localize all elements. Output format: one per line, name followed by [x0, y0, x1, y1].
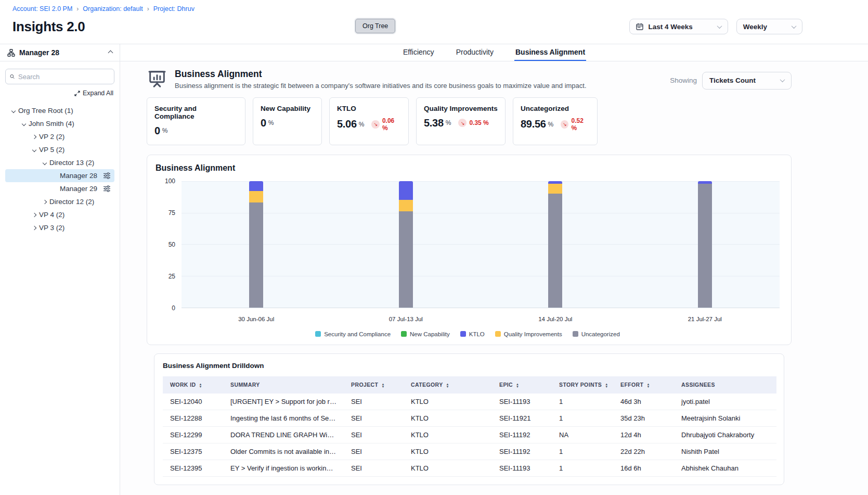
content: Business Alignment Business alignment is…	[120, 61, 868, 495]
column-header-epic[interactable]: EPIC▲▼	[492, 376, 552, 394]
tab-business-alignment[interactable]: Business Alignment	[514, 44, 586, 61]
stacked-bar-21-jul-27-jul[interactable]	[698, 181, 712, 308]
plot-area	[182, 181, 780, 308]
tree-item-john-smith-4[interactable]: John Smith (4)	[5, 117, 114, 130]
chevron-down-icon[interactable]	[29, 148, 39, 151]
tree-item-director-12-2[interactable]: Director 12 (2)	[5, 195, 114, 208]
tab-efficiency[interactable]: Efficiency	[402, 44, 435, 61]
stacked-bar-30-jun-06-jul[interactable]	[249, 181, 263, 308]
chevron-right-icon[interactable]	[40, 200, 49, 204]
chevron-right-icon[interactable]	[29, 226, 39, 230]
column-header-label: PROJECT	[351, 382, 378, 388]
filter-sliders-icon[interactable]	[103, 172, 111, 181]
stat-card-delta-value: 0.06 %	[382, 117, 401, 132]
table-cell-assignees: Meetrajsinh Solanki	[674, 410, 776, 427]
table-row[interactable]: SEI-12299DORA TREND LINE GRAPH Widgets i…	[163, 427, 776, 443]
legend-item-uncategorized[interactable]: Uncategorized	[573, 331, 620, 337]
table-cell-epic: SEI-11192	[492, 427, 552, 443]
legend-swatch	[460, 331, 466, 337]
legend-item-new-capability[interactable]: New Capability	[401, 331, 450, 337]
breadcrumb-link-account[interactable]: Account: SEI 2.0 PM	[12, 5, 72, 12]
trend-down-icon: ↘	[371, 120, 379, 129]
legend-label: KTLO	[469, 331, 485, 337]
org-tree-button[interactable]: Org Tree	[355, 19, 395, 33]
chart-title: Business Alignment	[156, 163, 780, 173]
table-cell-work-id: SEI-12040	[163, 394, 223, 410]
column-header-effort[interactable]: EFFORT▲▼	[613, 376, 674, 394]
chevron-down-icon[interactable]	[8, 109, 18, 112]
column-header-category[interactable]: CATEGORY▲▼	[404, 376, 492, 394]
sort-icon[interactable]: ▲▼	[516, 383, 519, 388]
column-header-story-points[interactable]: STORY POINTS▲▼	[552, 376, 613, 394]
stat-card-value: 0	[154, 125, 160, 137]
section-titles: Business Alignment Business alignment is…	[175, 69, 587, 90]
table-row[interactable]: SEI-12040[URGENT] EY > Support for job r…	[163, 394, 776, 410]
date-range-select[interactable]: Last 4 Weeks	[629, 19, 728, 34]
filter-sliders-icon[interactable]	[103, 185, 111, 194]
chevron-right-icon[interactable]	[29, 213, 39, 217]
drilldown-card: Business Alignment Drilldown WORK ID▲▼SU…	[154, 353, 784, 486]
table-cell-category: KTLO	[404, 427, 492, 443]
sort-icon[interactable]: ▲▼	[381, 383, 384, 388]
tree-item-manager-28[interactable]: Manager 28	[5, 169, 114, 182]
tree-item-vp-5-2[interactable]: VP 5 (2)	[5, 143, 114, 156]
tree-item-manager-29[interactable]: Manager 29	[5, 182, 114, 195]
tree-item-label: VP 5 (2)	[39, 146, 64, 154]
stat-card-security-and-compliance: Security and Compliance0%	[147, 97, 245, 145]
x-axis-label: 30 Jun-06 Jul	[238, 316, 274, 322]
search-input[interactable]	[18, 73, 110, 81]
y-tick-label: 50	[169, 241, 175, 248]
table-cell-project: SEI	[344, 427, 404, 443]
stacked-bar-07-jul-13-jul[interactable]	[399, 181, 413, 308]
stat-card-title: Uncategorized	[521, 105, 590, 112]
column-header-work-id[interactable]: WORK ID▲▼	[163, 376, 223, 394]
sort-icon[interactable]: ▲▼	[646, 383, 650, 388]
tree-item-vp-3-2[interactable]: VP 3 (2)	[5, 221, 114, 234]
showing-select[interactable]: Tickets Count	[702, 72, 792, 90]
table-cell-epic: SEI-11193	[492, 460, 552, 477]
legend-label: Uncategorized	[581, 331, 620, 337]
tree-item-label: Manager 28	[60, 172, 97, 180]
table-row[interactable]: SEI-12395EY > Verify if ingestion is wor…	[163, 460, 776, 477]
chevron-right-icon[interactable]	[29, 135, 39, 138]
drilldown-title: Business Alignment Drilldown	[163, 362, 775, 370]
tab-productivity[interactable]: Productivity	[455, 44, 495, 61]
chevron-down-icon[interactable]	[19, 122, 29, 125]
tree-item-vp-2-2[interactable]: VP 2 (2)	[5, 130, 114, 143]
y-tick-label: 100	[165, 177, 175, 185]
table-row[interactable]: SEI-12288Ingesting the last 6 months of …	[163, 410, 776, 427]
stat-card-delta-value: 0.35 %	[469, 119, 488, 126]
table-row[interactable]: SEI-12375Older Commits is not available …	[163, 443, 776, 460]
stat-card-delta: ↘0.52 %	[561, 117, 590, 132]
legend-swatch	[401, 331, 407, 337]
table-cell-work-id: SEI-12375	[163, 443, 223, 460]
table-cell-epic: SEI-11193	[492, 394, 552, 410]
interval-select[interactable]: Weekly	[736, 19, 802, 34]
showing-control: Showing Tickets Count	[670, 72, 792, 90]
collapse-sidebar-icon[interactable]	[108, 50, 113, 55]
chart-legend: Security and ComplianceNew CapabilityKTL…	[156, 331, 780, 337]
breadcrumb-link-organization[interactable]: Organization: default	[83, 5, 142, 12]
org-chart-icon	[7, 49, 15, 57]
bar-segment-uncategorized	[399, 211, 413, 308]
sort-icon[interactable]: ▲▼	[199, 383, 202, 388]
legend-item-ktlo[interactable]: KTLO	[460, 331, 485, 337]
stacked-bar-14-jul-20-jul[interactable]	[548, 181, 562, 308]
sort-icon[interactable]: ▲▼	[605, 383, 608, 388]
chevron-down-icon[interactable]	[40, 161, 49, 164]
tree-item-director-13-2[interactable]: Director 13 (2)	[5, 156, 114, 169]
stat-card-value-row: 0%	[154, 125, 238, 137]
gridline	[182, 276, 780, 276]
legend-item-security-and-compliance[interactable]: Security and Compliance	[315, 331, 391, 337]
breadcrumb-link-project[interactable]: Project: Dhruv	[153, 5, 195, 12]
tree-item-vp-4-2[interactable]: VP 4 (2)	[5, 208, 114, 221]
tree-item-org-tree-root-1[interactable]: Org Tree Root (1)	[5, 104, 114, 117]
expand-all-button[interactable]: Expand All	[5, 90, 114, 97]
legend-item-quality-improvements[interactable]: Quality Improvements	[495, 331, 562, 337]
sort-icon[interactable]: ▲▼	[446, 383, 449, 388]
gridline	[182, 244, 780, 245]
stat-card-title: KTLO	[337, 105, 401, 112]
column-header-project[interactable]: PROJECT▲▼	[344, 376, 404, 394]
bar-segment-ktlo	[249, 181, 263, 191]
bar-segment-uncategorized	[698, 184, 712, 308]
